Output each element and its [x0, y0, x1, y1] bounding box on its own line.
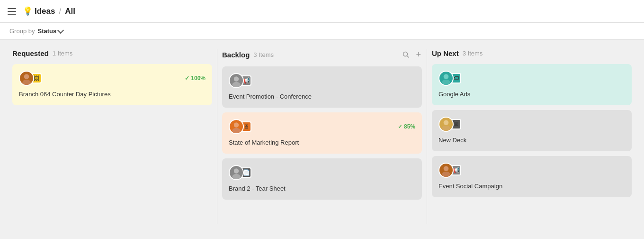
search-button[interactable] — [402, 50, 410, 59]
svg-point-14 — [444, 166, 449, 171]
card-title: State of Marketing Report — [229, 139, 415, 147]
card-avatars: 🖼 — [19, 71, 42, 86]
progress-indicator: ✓ 85% — [398, 123, 415, 130]
svg-point-8 — [234, 168, 239, 174]
card-marketing-report[interactable]: 🖥 ✓ 85% State of Marketing Report — [222, 112, 422, 154]
avatar — [438, 117, 454, 132]
column-title-upnext: Up Next — [432, 49, 459, 57]
group-by-value-label: Status — [37, 28, 56, 35]
breadcrumb: 💡 Ideas / All — [23, 6, 75, 16]
svg-point-12 — [444, 120, 449, 125]
avatar — [229, 73, 244, 88]
card-title: Branch 064 Counter Day Pictures — [19, 91, 206, 99]
progress-value: 100% — [191, 75, 206, 82]
column-actions-backlog: + — [402, 49, 422, 60]
svg-point-4 — [234, 76, 239, 82]
svg-point-11 — [442, 80, 450, 85]
avatar — [229, 119, 244, 134]
column-title-requested: Requested — [12, 49, 49, 57]
svg-point-5 — [232, 82, 241, 88]
add-button[interactable]: + — [415, 49, 422, 60]
card-title: Event Promotion - Conference — [229, 93, 415, 101]
avatar — [229, 165, 244, 180]
toolbar: Group by Status — [0, 23, 644, 40]
card-top: 🖼 ✓ 100% — [19, 71, 206, 86]
card-google-ads[interactable]: 🏷 Google Ads — [432, 64, 632, 105]
card-top: 🏷 — [438, 71, 625, 86]
svg-point-1 — [22, 80, 31, 85]
column-header-backlog: Backlog 3 Items + — [222, 49, 422, 60]
svg-point-6 — [234, 122, 239, 128]
avatar — [438, 71, 454, 86]
card-avatars: 🏷 — [438, 71, 461, 86]
svg-point-15 — [442, 171, 450, 177]
menu-button[interactable] — [8, 8, 16, 15]
check-icon: ✓ — [398, 123, 402, 130]
card-title: Event Social Campaign — [438, 183, 625, 191]
avatar — [438, 163, 454, 178]
column-count-backlog: 3 Items — [253, 51, 274, 58]
kanban-board: Requested 1 Items 🖼 ✓ 100% — [0, 40, 644, 233]
card-top: 📢 — [229, 73, 415, 88]
column-count-requested: 1 Items — [53, 50, 73, 57]
column-header-upnext: Up Next 3 Items — [432, 49, 632, 57]
avatar — [19, 71, 34, 86]
column-backlog: Backlog 3 Items + — [217, 49, 427, 224]
card-avatars: 📢 — [229, 73, 251, 88]
card-title: Google Ads — [438, 91, 625, 99]
card-event-promotion[interactable]: 📢 Event Promotion - Conference — [222, 66, 422, 108]
bulb-icon: 💡 — [23, 6, 33, 16]
breadcrumb-view: All — [65, 7, 75, 16]
svg-point-13 — [442, 126, 450, 131]
app-title: Ideas — [35, 7, 55, 16]
card-top: ✉ — [438, 117, 625, 132]
card-avatars: 📄 — [229, 165, 251, 180]
group-by-dropdown[interactable]: Status — [37, 28, 63, 35]
column-requested: Requested 1 Items 🖼 ✓ 100% — [8, 49, 217, 224]
card-event-social[interactable]: 📢 Event Social Campaign — [432, 156, 632, 197]
column-title-backlog: Backlog — [222, 51, 250, 59]
column-count-upnext: 3 Items — [463, 50, 483, 57]
progress-indicator: ✓ 100% — [185, 75, 206, 82]
svg-point-9 — [232, 174, 241, 179]
card-top: 📄 — [229, 165, 415, 180]
column-header-requested: Requested 1 Items — [12, 49, 212, 57]
card-title: New Deck — [438, 137, 625, 145]
breadcrumb-separator: / — [59, 7, 61, 16]
card-new-deck[interactable]: ✉ New Deck — [432, 110, 632, 151]
svg-point-10 — [444, 74, 449, 79]
card-avatars: 📢 — [438, 163, 461, 178]
card-brand2-tearsheet[interactable]: 📄 Brand 2 - Tear Sheet — [222, 158, 422, 200]
chevron-down-icon — [57, 27, 64, 34]
svg-point-7 — [232, 128, 241, 134]
card-branch-064[interactable]: 🖼 ✓ 100% Branch 064 Counter Day Pictures — [12, 64, 212, 105]
card-top: 📢 — [438, 163, 625, 178]
card-avatars: 🖥 — [229, 119, 251, 134]
progress-value: 85% — [404, 123, 415, 130]
check-icon: ✓ — [185, 75, 189, 82]
header: 💡 Ideas / All — [0, 0, 644, 23]
group-by-label: Group by — [9, 28, 35, 35]
card-title: Brand 2 - Tear Sheet — [229, 185, 415, 193]
svg-line-3 — [407, 56, 409, 58]
svg-point-0 — [24, 74, 29, 79]
column-upnext: Up Next 3 Items 🏷 Google Ads — [427, 49, 636, 224]
card-avatars: ✉ — [438, 117, 461, 132]
card-top: 🖥 ✓ 85% — [229, 119, 415, 134]
